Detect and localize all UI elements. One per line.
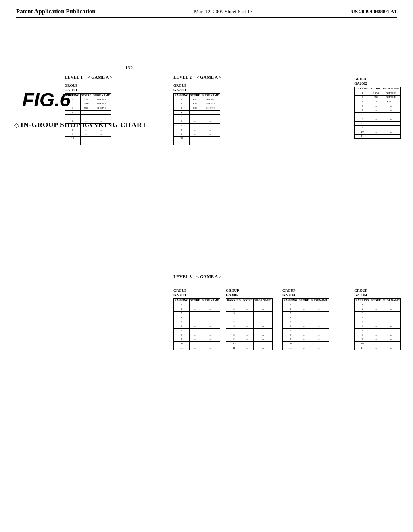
table-cell: SHOP F [201, 106, 220, 111]
table-cell: ... [189, 128, 201, 132]
level2-group2: GROUP GA2002 RANKING SCORE SHOP NAME 110… [354, 77, 401, 139]
table-cell: ... [382, 104, 401, 108]
header: Patent Application Publication Mar. 12, … [16, 8, 397, 18]
table-cell: ... [370, 333, 382, 337]
table-cell: SHOP A [92, 98, 111, 102]
table-cell: ... [370, 303, 382, 307]
table-cell: ... [310, 320, 329, 324]
table-cell: 10 [65, 136, 81, 141]
table-cell: ... [370, 316, 382, 320]
table-cell: ... [80, 132, 92, 137]
table-cell: 3 [65, 106, 81, 111]
table-cell: ... [298, 312, 310, 316]
table-cell: ... [253, 303, 272, 307]
table-cell: ... [92, 115, 111, 119]
table-cell: 8 [226, 333, 242, 337]
table-cell: ... [189, 328, 201, 333]
table-cell: 2 [174, 307, 190, 312]
table-cell: 1 [174, 98, 190, 102]
table-cell: ... [382, 134, 401, 139]
table-cell: ... [201, 341, 220, 346]
table-cell: 11 [355, 134, 370, 139]
table-cell: ... [92, 132, 111, 137]
table-cell: ... [201, 141, 220, 145]
table-cell: 4 [226, 316, 242, 320]
table-cell: ... [201, 320, 220, 324]
table-cell: ... [201, 136, 220, 141]
table-cell: ... [382, 117, 401, 121]
table-cell: ... [298, 333, 310, 337]
table-cell: ... [189, 320, 201, 324]
level2-group2-label: GROUP [354, 77, 367, 81]
table-cell: ... [242, 303, 253, 307]
table-cell: ... [92, 128, 111, 132]
table-cell: ... [382, 307, 401, 312]
table-cell: ... [189, 337, 201, 342]
level3-group2: GROUP GA3002 RANKING SCORE SHOP NAME 1..… [226, 289, 273, 350]
table-cell: ... [310, 346, 329, 350]
table-cell: SHOP E [201, 102, 220, 106]
table-cell: ... [201, 324, 220, 329]
table-cell: ... [370, 324, 382, 329]
table-cell: 5 [283, 320, 298, 324]
level3-group4: GROUP GA3004 RANKING SCORE SHOP NAME 1..… [354, 289, 401, 350]
table-cell: ... [382, 312, 401, 316]
level2-game: < GAME A > [196, 75, 221, 79]
col-shop-name: SHOP NAME [92, 94, 111, 98]
table-cell: ... [310, 307, 329, 312]
level1-group-label: GROUP [65, 83, 78, 87]
table-cell: 4 [174, 110, 190, 115]
table-cell: ... [201, 337, 220, 342]
table-cell: ... [370, 108, 382, 113]
table-cell: ... [201, 307, 220, 312]
table-cell: 10 [174, 341, 190, 346]
table-cell: 1 [283, 303, 298, 307]
table-cell: ... [189, 346, 201, 350]
table-cell: ... [189, 141, 201, 145]
table-cell: ... [298, 307, 310, 312]
level3-group3-name: GA3003 [282, 293, 295, 297]
table-cell: ... [201, 115, 220, 119]
table-cell: ... [242, 328, 253, 333]
table-cell: ... [298, 320, 310, 324]
table-cell: 2 [65, 102, 81, 106]
table-cell: 7 [355, 117, 370, 121]
table-cell: ... [189, 136, 201, 141]
table-cell: 5 [65, 115, 81, 119]
table-cell: ... [242, 320, 253, 324]
table-cell: 6 [355, 113, 370, 117]
table-cell: ... [242, 312, 253, 316]
level2-section: LEVEL 2 < GAME A > GROUP GA2001 RANKING … [173, 75, 221, 145]
table-cell: ... [253, 341, 272, 346]
table-cell: ... [253, 337, 272, 342]
table-cell: 925 [189, 102, 201, 106]
col-score: SCORE [80, 94, 92, 98]
table-cell: 6 [65, 119, 81, 124]
table-cell: 2 [174, 102, 190, 106]
table-cell: ... [242, 324, 253, 329]
table-cell: ... [253, 346, 272, 350]
table-cell: 11 [226, 346, 242, 350]
table-cell: ... [370, 121, 382, 126]
table-cell: 8 [65, 128, 81, 132]
table-cell: ... [201, 312, 220, 316]
table-cell: 11 [65, 141, 81, 145]
table-cell: ... [92, 136, 111, 141]
page: Patent Application Publication Mar. 12, … [0, 0, 413, 532]
table-cell: ... [80, 110, 92, 115]
table-cell: ... [92, 123, 111, 128]
table-cell: ... [189, 303, 201, 307]
table-cell: 8 [355, 121, 370, 126]
table-cell: 5 [355, 320, 370, 324]
level2-header: LEVEL 2 < GAME A > [173, 75, 221, 79]
table-cell: 8 [355, 333, 370, 337]
table-cell: ... [370, 134, 382, 139]
table-cell: 4 [355, 104, 370, 108]
table-cell: 950 [80, 106, 92, 111]
table-cell: ... [382, 108, 401, 113]
level3-group4-section: GROUP GA3004 RANKING SCORE SHOP NAME 1..… [354, 286, 401, 350]
level3-group2-label: GROUP [226, 289, 239, 293]
table-cell: ... [242, 341, 253, 346]
table-cell: ... [80, 141, 92, 145]
table-cell: ... [298, 324, 310, 329]
